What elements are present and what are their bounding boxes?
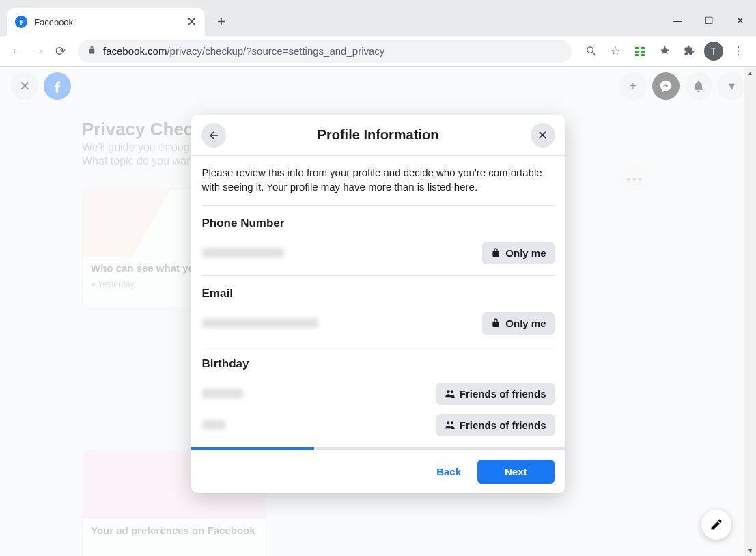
- extension-bug-icon[interactable]: [654, 40, 675, 62]
- svg-point-16: [447, 421, 449, 424]
- svg-rect-4: [635, 51, 639, 53]
- page-scrollbar[interactable]: ▴ ▾: [744, 67, 756, 556]
- next-button[interactable]: Next: [477, 460, 555, 484]
- email-row: Only me: [202, 310, 555, 336]
- email-value-redacted: [202, 318, 318, 328]
- lock-icon: [490, 318, 501, 329]
- compose-fab[interactable]: [701, 510, 731, 540]
- svg-rect-5: [641, 51, 645, 53]
- svg-point-15: [450, 390, 453, 393]
- url-text: facebook.com/privacy/checkup/?source=set…: [103, 45, 384, 57]
- browser-tab[interactable]: Facebook ✕: [7, 8, 205, 36]
- section-title: Email: [202, 287, 555, 301]
- window-controls: — ☐ ✕: [662, 8, 756, 36]
- audience-label: Friends of friends: [460, 419, 546, 431]
- page-content: ✕ + ▾ Privacy Checkup We'll guide you th…: [0, 67, 756, 556]
- birthday-day-month-redacted: [202, 389, 243, 398]
- extensions-puzzle-icon[interactable]: [678, 40, 700, 62]
- section-title: Phone Number: [202, 217, 555, 230]
- modal-title: Profile Information: [318, 127, 439, 143]
- lock-icon: [87, 46, 96, 57]
- birthday-year-redacted: [202, 420, 225, 430]
- friends-of-friends-icon: [445, 388, 456, 399]
- svg-point-17: [450, 421, 453, 424]
- birthday-year-audience-button[interactable]: Friends of friends: [436, 414, 555, 436]
- modal-intro-text: Please review this info from your profil…: [202, 165, 555, 206]
- back-button[interactable]: Back: [425, 460, 472, 483]
- friends-of-friends-icon: [445, 419, 456, 430]
- svg-point-0: [587, 47, 593, 53]
- scroll-up-arrow[interactable]: ▴: [744, 67, 756, 79]
- birthday-row-1: Friends of friends: [202, 380, 555, 406]
- svg-line-1: [592, 53, 595, 55]
- scroll-down-arrow[interactable]: ▾: [744, 544, 756, 556]
- window-minimize-button[interactable]: —: [662, 8, 693, 33]
- tab-title: Facebook: [34, 17, 186, 27]
- window-maximize-button[interactable]: ☐: [693, 8, 725, 33]
- modal-body: Please review this info from your profil…: [191, 156, 565, 447]
- lock-icon: [490, 247, 501, 258]
- phone-audience-button[interactable]: Only me: [482, 242, 554, 264]
- tab-close-icon[interactable]: ✕: [186, 14, 197, 29]
- svg-point-8: [662, 48, 667, 53]
- modal-close-button[interactable]: ✕: [531, 123, 555, 148]
- section-phone-number: Phone Number Only me: [202, 206, 555, 276]
- section-title: Birthday: [202, 357, 555, 371]
- profile-avatar[interactable]: T: [703, 40, 725, 62]
- browser-reload-button[interactable]: ⟳: [49, 40, 71, 62]
- svg-rect-2: [635, 47, 639, 49]
- email-audience-button[interactable]: Only me: [482, 312, 554, 335]
- svg-rect-7: [641, 54, 645, 56]
- audience-label: Only me: [505, 318, 546, 329]
- audience-label: Only me: [505, 247, 546, 259]
- birthday-row-2: Friends of friends: [202, 412, 555, 438]
- section-email: Email Only me: [202, 276, 555, 346]
- svg-rect-3: [641, 47, 645, 49]
- browser-forward-button[interactable]: →: [27, 40, 49, 62]
- svg-line-12: [662, 53, 662, 53]
- browser-title-bar: Facebook ✕ + — ☐ ✕: [0, 0, 756, 36]
- svg-rect-6: [635, 54, 639, 56]
- phone-row: Only me: [202, 240, 555, 266]
- modal-back-button[interactable]: [201, 123, 226, 148]
- profile-info-modal: Profile Information ✕ Please review this…: [191, 115, 565, 493]
- modal-footer: Back Next: [191, 450, 565, 493]
- facebook-favicon: [15, 16, 27, 28]
- window-close-button[interactable]: ✕: [725, 8, 756, 33]
- svg-point-14: [447, 390, 449, 393]
- birthday-daymonth-audience-button[interactable]: Friends of friends: [436, 383, 555, 405]
- url-bar[interactable]: facebook.com/privacy/checkup/?source=set…: [78, 40, 572, 63]
- section-birthday: Birthday Friends of friends: [202, 346, 555, 447]
- audience-label: Friends of friends: [460, 388, 546, 400]
- chrome-menu-button[interactable]: ⋮: [727, 40, 749, 62]
- phone-value-redacted: [202, 248, 284, 258]
- zoom-icon[interactable]: [580, 40, 602, 62]
- modal-header: Profile Information ✕: [191, 115, 565, 156]
- browser-toolbar: ← → ⟳ facebook.com/privacy/checkup/?sour…: [0, 36, 756, 67]
- browser-back-button[interactable]: ←: [5, 40, 27, 62]
- new-tab-button[interactable]: +: [210, 11, 232, 33]
- bookmark-star-icon[interactable]: ☆: [604, 40, 626, 62]
- extension-grid-icon[interactable]: [629, 40, 651, 62]
- svg-line-13: [667, 53, 667, 53]
